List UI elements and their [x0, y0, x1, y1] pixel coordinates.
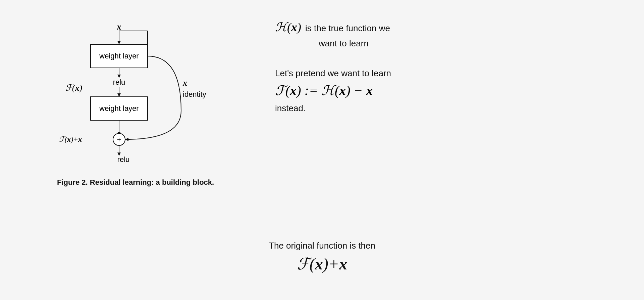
relu-top-label: relu [113, 78, 125, 86]
fx-plus-x-label: ℱ(x)+x [59, 135, 82, 143]
figure-caption: Figure 2. Residual learning: a building … [54, 178, 221, 187]
bottom-formula: ℱ(x)+x [269, 254, 375, 273]
instead-text: instead. [275, 102, 624, 115]
fx-label: ℱ(x) [65, 83, 82, 93]
x-top-label: x [117, 22, 121, 32]
page-container: x weight layer relu weight layer [0, 0, 644, 300]
x-side-label: x [182, 78, 187, 88]
svg-marker-3 [117, 75, 121, 78]
hx-description-text: is the true function we [305, 22, 390, 35]
hx-description-block: ℋ(x) is the true function we want to lea… [275, 20, 624, 50]
residual-block-diagram: x weight layer relu weight layer [54, 20, 221, 175]
bottom-section: The original function is then ℱ(x)+x [269, 241, 375, 273]
identity-label: identity [183, 90, 206, 98]
hx-formula: ℋ(x) [275, 20, 301, 34]
diagram-section: x weight layer relu weight layer [20, 13, 255, 187]
svg-marker-10 [125, 138, 128, 141]
svg-marker-5 [117, 93, 121, 97]
fx-definition-formula: ℱ(x) := ℋ(x) − x [275, 83, 624, 98]
lets-pretend-text: Let's pretend we want to learn [275, 67, 624, 80]
svg-marker-1 [117, 41, 121, 44]
diagram-wrapper: x weight layer relu weight layer [54, 20, 221, 187]
bottom-text: The original function is then [269, 241, 375, 251]
relu-bottom-label: relu [117, 155, 130, 164]
weight-layer-top-label: weight layer [99, 52, 139, 60]
fx-definition-block: Let's pretend we want to learn ℱ(x) := ℋ… [275, 67, 624, 115]
text-section: ℋ(x) is the true function we want to lea… [255, 13, 624, 128]
plus-symbol: + [117, 135, 121, 144]
hx-description-text2: want to learn [275, 37, 624, 50]
weight-layer-bottom-label: weight layer [99, 104, 139, 113]
